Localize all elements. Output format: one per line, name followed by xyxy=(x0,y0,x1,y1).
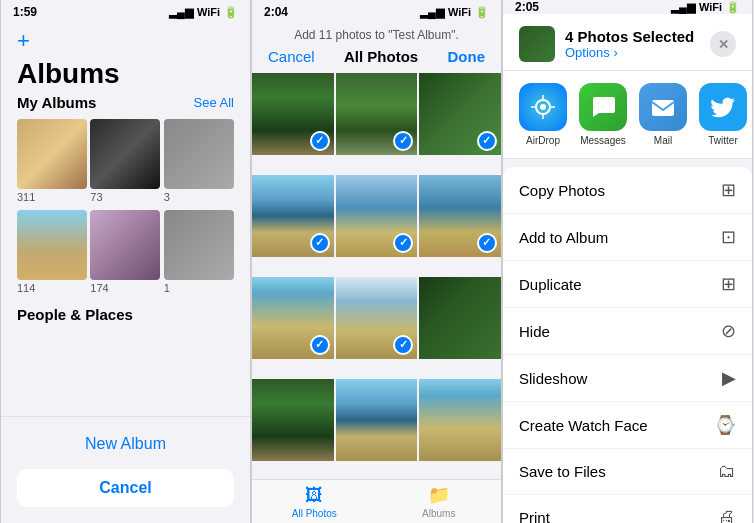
album-thumb-4 xyxy=(17,210,87,280)
create-watch-face-icon: ⌚ xyxy=(714,414,736,436)
album-count-2: 73 xyxy=(90,191,160,203)
mail-icon xyxy=(639,83,687,131)
slideshow-label: Slideshow xyxy=(519,370,587,387)
share-app-messages[interactable]: Messages xyxy=(579,83,627,146)
photo-cell-10[interactable] xyxy=(252,379,334,461)
photo-cell-7[interactable] xyxy=(252,277,334,359)
photo-cell-4[interactable] xyxy=(252,175,334,257)
album-count-4: 114 xyxy=(17,282,87,294)
wifi-icon-3: WiFi xyxy=(699,1,722,13)
bottom-buttons: New Album Cancel xyxy=(1,416,250,523)
tab-all-photos-label: All Photos xyxy=(292,508,337,519)
photo-thumb-9 xyxy=(419,277,501,359)
people-places-label: People & Places xyxy=(17,306,234,323)
photo-cell-5[interactable] xyxy=(336,175,418,257)
check-badge-6 xyxy=(477,233,497,253)
save-to-files-icon: 🗂 xyxy=(718,461,736,482)
status-bar-1: 1:59 ▂▄▆ WiFi 🔋 xyxy=(1,0,250,24)
photo-cell-6[interactable] xyxy=(419,175,501,257)
phone2-header: Add 11 photos to "Test Album". Cancel Al… xyxy=(252,24,501,73)
action-print[interactable]: Print 🖨 xyxy=(503,495,752,523)
check-badge-8 xyxy=(393,335,413,355)
phone2-nav: Cancel All Photos Done xyxy=(268,48,485,65)
done-button[interactable]: Done xyxy=(448,48,486,65)
duplicate-icon: ⊞ xyxy=(721,273,736,295)
my-albums-label: My Albums xyxy=(17,94,96,111)
add-icon[interactable]: + xyxy=(17,28,30,54)
album-thumb-3 xyxy=(164,119,234,189)
status-icons-3: ▂▄▆ WiFi 🔋 xyxy=(671,1,740,14)
action-duplicate[interactable]: Duplicate ⊞ xyxy=(503,261,752,308)
action-slideshow[interactable]: Slideshow ▶ xyxy=(503,355,752,402)
share-thumbnail xyxy=(519,26,555,62)
photo-cell-1[interactable] xyxy=(252,73,334,155)
add-text: Add 11 photos to "Test Album". xyxy=(268,28,485,42)
add-to-album-label: Add to Album xyxy=(519,229,608,246)
album-count-5: 174 xyxy=(90,282,160,294)
battery-icon-3: 🔋 xyxy=(726,1,740,14)
status-bar-3: 2:05 ▂▄▆ WiFi 🔋 xyxy=(503,0,752,14)
action-create-watch-face[interactable]: Create Watch Face ⌚ xyxy=(503,402,752,449)
status-bar-2: 2:04 ▂▄▆ WiFi 🔋 xyxy=(252,0,501,24)
check-badge-7 xyxy=(310,335,330,355)
messages-label: Messages xyxy=(580,135,626,146)
photo-cell-2[interactable] xyxy=(336,73,418,155)
signal-icon-2: ▂▄▆ xyxy=(420,6,444,19)
action-add-to-album[interactable]: Add to Album ⊡ xyxy=(503,214,752,261)
album-thumb-1 xyxy=(17,119,87,189)
album-item-6[interactable]: 1 xyxy=(164,210,234,294)
action-copy-photos[interactable]: Copy Photos ⊞ xyxy=(503,167,752,214)
tab-all-photos[interactable]: 🖼 All Photos xyxy=(252,480,377,523)
album-count-3: 3 xyxy=(164,191,234,203)
time-1: 1:59 xyxy=(13,5,37,19)
share-close-button[interactable]: ✕ xyxy=(710,31,736,57)
battery-icon: 🔋 xyxy=(224,6,238,19)
page-title: Albums xyxy=(17,58,234,90)
cancel-nav-button[interactable]: Cancel xyxy=(268,48,315,65)
album-count-1: 311 xyxy=(17,191,87,203)
create-watch-face-label: Create Watch Face xyxy=(519,417,648,434)
copy-photos-icon: ⊞ xyxy=(721,179,736,201)
share-app-twitter[interactable]: Twitter xyxy=(699,83,747,146)
album-item-3[interactable]: 3 xyxy=(164,119,234,203)
photo-cell-8[interactable] xyxy=(336,277,418,359)
share-options-link[interactable]: Options › xyxy=(565,45,694,60)
print-label: Print xyxy=(519,509,550,523)
check-badge-2 xyxy=(393,131,413,151)
album-thumb-2 xyxy=(90,119,160,189)
photo-cell-12[interactable] xyxy=(419,379,501,461)
new-album-button[interactable]: New Album xyxy=(17,425,234,463)
share-header-info: 4 Photos Selected Options › xyxy=(565,28,694,60)
action-save-to-files[interactable]: Save to Files 🗂 xyxy=(503,449,752,495)
photo-cell-9[interactable] xyxy=(419,277,501,359)
phone-1: 1:59 ▂▄▆ WiFi 🔋 + Albums My Albums See A… xyxy=(0,0,251,523)
photo-thumb-10 xyxy=(252,379,334,461)
wifi-icon: WiFi xyxy=(197,6,220,18)
album-item-2[interactable]: 73 xyxy=(90,119,160,203)
tab-albums-label: Albums xyxy=(422,508,455,519)
check-badge-3 xyxy=(477,131,497,151)
hide-icon: ⊘ xyxy=(721,320,736,342)
twitter-icon xyxy=(699,83,747,131)
twitter-label: Twitter xyxy=(708,135,737,146)
phone-3: 2:05 ▂▄▆ WiFi 🔋 4 Photos Selected Option… xyxy=(502,0,753,523)
album-item-1[interactable]: 311 xyxy=(17,119,87,203)
check-badge-5 xyxy=(393,233,413,253)
photo-thumb-11 xyxy=(336,379,418,461)
photo-cell-11[interactable] xyxy=(336,379,418,461)
tab-albums[interactable]: 📁 Albums xyxy=(377,480,502,523)
see-all-link[interactable]: See All xyxy=(194,95,234,110)
cancel-button[interactable]: Cancel xyxy=(17,469,234,507)
photo-cell-3[interactable] xyxy=(419,73,501,155)
share-app-airdrop[interactable]: AirDrop xyxy=(519,83,567,146)
album-grid-bottom: 114 174 1 xyxy=(17,210,234,298)
album-count-6: 1 xyxy=(164,282,234,294)
share-app-mail[interactable]: Mail xyxy=(639,83,687,146)
add-to-album-icon: ⊡ xyxy=(721,226,736,248)
action-hide[interactable]: Hide ⊘ xyxy=(503,308,752,355)
album-item-5[interactable]: 174 xyxy=(90,210,160,294)
album-item-4[interactable]: 114 xyxy=(17,210,87,294)
photo-grid xyxy=(252,73,501,479)
phone-2: 2:04 ▂▄▆ WiFi 🔋 Add 11 photos to "Test A… xyxy=(251,0,502,523)
battery-icon-2: 🔋 xyxy=(475,6,489,19)
